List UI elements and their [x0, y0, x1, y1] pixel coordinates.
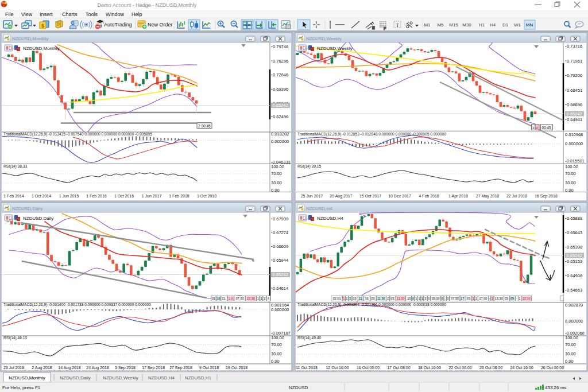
svg-text::15: :15 — [407, 297, 411, 300]
svg-text:2: 2 — [264, 297, 265, 300]
svg-text:0: 0 — [428, 297, 430, 300]
svg-text:1: 1 — [473, 297, 474, 300]
svg-text:NZDUSD,H4: NZDUSD,H4 — [317, 216, 343, 221]
svg-text:16 Sep 2018: 16 Sep 2018 — [535, 194, 558, 199]
svg-text:03:: 03: — [371, 297, 376, 300]
svg-text:NZDUSD,Monthly: NZDUSD,Monthly — [12, 36, 49, 41]
svg-text:0.70206: 0.70206 — [567, 73, 582, 78]
svg-text:15:30: 15:30 — [495, 297, 503, 300]
svg-text:21:: 21: — [222, 297, 227, 300]
svg-text:0.000000: 0.000000 — [565, 319, 583, 324]
svg-text:NZDUSD,Weekly: NZDUSD,Weekly — [103, 375, 138, 381]
svg-text:14 Aug 2018: 14 Aug 2018 — [58, 366, 80, 370]
svg-text:70.00: 70.00 — [271, 342, 282, 347]
svg-text:0.69396: 0.69396 — [273, 87, 288, 92]
svg-text:F: F — [384, 26, 386, 30]
svg-text:1: 1 — [257, 297, 259, 300]
svg-text:0.000000: 0.000000 — [271, 139, 289, 144]
svg-text:03:: 03: — [505, 297, 509, 300]
svg-text:1: 1 — [421, 297, 423, 300]
svg-text:1: 1 — [260, 297, 262, 300]
svg-text:2: 2 — [387, 297, 389, 300]
svg-text:New Order: New Order — [148, 22, 173, 28]
svg-text:1 Oct 2018: 1 Oct 2018 — [197, 194, 216, 198]
svg-text:RSI(14) 46.10: RSI(14) 46.10 — [3, 336, 27, 340]
svg-text:File: File — [5, 11, 14, 17]
svg-text:MN: MN — [526, 22, 533, 28]
svg-text:0.64941: 0.64941 — [567, 117, 582, 122]
svg-text:30.00: 30.00 — [565, 351, 576, 356]
svg-text:100.00: 100.00 — [565, 335, 578, 340]
svg-text:0.65242: 0.65242 — [273, 272, 288, 277]
svg-text:2: 2 — [349, 297, 351, 300]
svg-text:24 Aug 2018: 24 Aug 2018 — [86, 366, 109, 370]
svg-text:0.65242: 0.65242 — [567, 111, 582, 117]
svg-text:30.00: 30.00 — [271, 180, 282, 185]
svg-text:0.67274: 0.67274 — [273, 230, 288, 235]
svg-text:100.00: 100.00 — [271, 335, 284, 340]
svg-text:0.65398: 0.65398 — [567, 244, 582, 250]
svg-text:70.00: 70.00 — [271, 171, 282, 176]
svg-text:H1: H1 — [479, 22, 485, 28]
svg-text:0.002870: 0.002870 — [565, 302, 583, 308]
svg-text:NZDUSD,H1: NZDUSD,H1 — [185, 375, 211, 381]
svg-text:100.00: 100.00 — [271, 164, 284, 169]
svg-text:20 Aug 2017: 20 Aug 2017 — [330, 194, 352, 199]
svg-text:1 Feb 2014: 1 Feb 2014 — [3, 194, 24, 198]
svg-text:0.010968: 0.010968 — [565, 132, 583, 137]
svg-text:0.68451: 0.68451 — [567, 88, 582, 93]
svg-text:2 00:45: 2 00:45 — [198, 124, 211, 128]
svg-text:19 Oct 2018: 19 Oct 2018 — [226, 366, 247, 370]
svg-text:TraditionalMACD(12,26,9) -0.00: TraditionalMACD(12,26,9) -0.001394 -0.00… — [297, 302, 446, 307]
svg-text:26 Oct 00:00: 26 Oct 00:00 — [541, 366, 564, 370]
svg-text:22:30: 22:30 — [523, 297, 531, 300]
svg-text:1: 1 — [418, 297, 420, 300]
svg-text:05:00: 05:00 — [432, 297, 440, 300]
svg-text:NZDUSD,H4: NZDUSD,H4 — [306, 206, 332, 211]
svg-text:22:30: 22:30 — [247, 297, 255, 300]
svg-text:0: 0 — [447, 297, 449, 300]
svg-text:0.65242: 0.65242 — [273, 103, 288, 108]
svg-text:0.64908: 0.64908 — [567, 273, 582, 278]
svg-text:0.66696: 0.66696 — [567, 102, 582, 107]
svg-text:E: E — [372, 26, 375, 30]
svg-text:2: 2 — [425, 297, 427, 300]
svg-text:0.64614: 0.64614 — [273, 286, 288, 291]
svg-text:T: T — [396, 22, 399, 28]
svg-text:11:30: 11:30 — [397, 297, 405, 300]
svg-text:16:: 16: — [365, 297, 369, 300]
svg-text:1 Oct 2016: 1 Oct 2016 — [114, 194, 134, 198]
svg-text:17:00: 17:00 — [479, 297, 487, 300]
svg-text:03:: 03: — [353, 297, 357, 300]
svg-text:17:: 17: — [461, 297, 465, 300]
svg-text:24 Oct 16:00: 24 Oct 16:00 — [510, 366, 533, 370]
svg-text:NZDUSD,Monthly: NZDUSD,Monthly — [9, 375, 45, 381]
svg-text:03:: 03: — [467, 297, 471, 300]
svg-text:23 Oct 08:00: 23 Oct 08:00 — [479, 366, 502, 370]
svg-text:0.64663: 0.64663 — [567, 288, 582, 293]
svg-text:11 Oct 2018: 11 Oct 2018 — [296, 366, 318, 370]
svg-text:17 Sep 2018: 17 Sep 2018 — [142, 366, 165, 370]
svg-text:0.65888: 0.65888 — [567, 216, 582, 221]
svg-text:NZDUSD,Daily: NZDUSD,Daily — [23, 216, 53, 221]
svg-text:NZDUSD,H4: NZDUSD,H4 — [148, 375, 175, 381]
svg-text:0.00: 0.00 — [271, 188, 280, 193]
svg-text:70.00: 70.00 — [565, 171, 576, 176]
svg-text:RSI(14) 38.33: RSI(14) 38.33 — [3, 164, 27, 169]
svg-text:1 Jun 2015: 1 Jun 2015 — [59, 194, 79, 198]
svg-text:0.67939: 0.67939 — [273, 216, 288, 222]
svg-text:12 Oct 16:00: 12 Oct 16:00 — [326, 366, 349, 370]
svg-text:5 Sep 2018: 5 Sep 2018 — [115, 366, 136, 370]
svg-text:0.62496: 0.62496 — [273, 114, 288, 119]
svg-text:M15: M15 — [449, 22, 458, 28]
svg-text:22 Oct 00:00: 22 Oct 00:00 — [448, 366, 471, 370]
svg-text:1: 1 — [475, 297, 477, 300]
svg-text:0.000000: 0.000000 — [565, 141, 583, 146]
svg-text:15 Oct 2017: 15 Oct 2017 — [359, 194, 381, 198]
svg-text:0.65944: 0.65944 — [273, 258, 288, 263]
svg-text:0.00: 0.00 — [565, 359, 574, 364]
svg-text:-0.015501: -0.015501 — [565, 158, 585, 164]
svg-text:NZDUSD,Weekly: NZDUSD,Weekly — [317, 46, 353, 51]
svg-text:0.018202: 0.018202 — [271, 131, 289, 137]
svg-text:Charts: Charts — [62, 11, 78, 17]
